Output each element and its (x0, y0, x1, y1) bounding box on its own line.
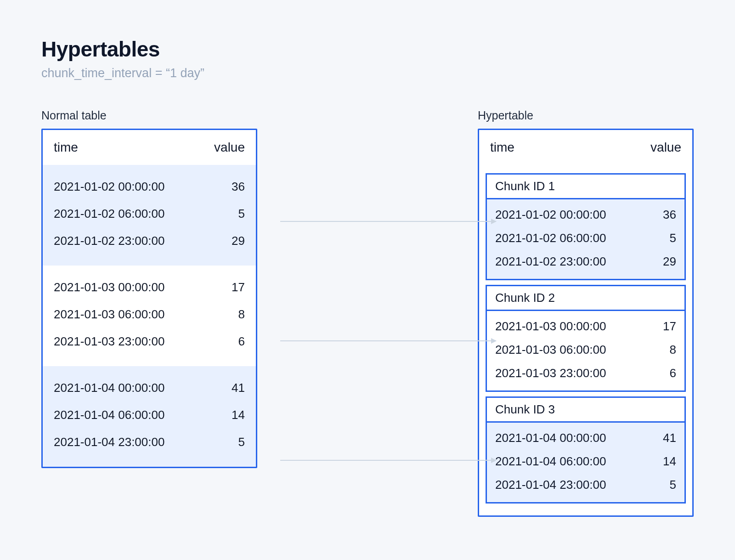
table-row: 2021-01-04 00:00:0041 (495, 426, 676, 450)
table-group: 2021-01-03 00:00:00172021-01-03 06:00:00… (43, 266, 256, 366)
hypertable-header: time value (479, 130, 692, 165)
cell-time: 2021-01-03 06:00:00 (495, 343, 606, 357)
page-subtitle: chunk_time_interval = “1 day” (41, 66, 694, 80)
cell-time: 2021-01-04 00:00:00 (54, 381, 164, 395)
table-row: 2021-01-02 06:00:005 (54, 200, 245, 227)
column-header-value: value (650, 140, 681, 155)
cell-value: 5 (217, 435, 245, 449)
cell-time: 2021-01-02 00:00:00 (495, 208, 606, 222)
cell-time: 2021-01-02 00:00:00 (54, 180, 164, 194)
table-row: 2021-01-04 23:00:005 (495, 473, 676, 497)
hypertable: time value Chunk ID 12021-01-02 00:00:00… (478, 129, 694, 517)
arrow-icon (280, 460, 496, 461)
table-row: 2021-01-04 06:00:0014 (54, 402, 245, 429)
cell-value: 29 (663, 255, 676, 269)
cell-value: 14 (663, 454, 676, 469)
cell-time: 2021-01-04 00:00:00 (495, 431, 606, 445)
cell-time: 2021-01-02 23:00:00 (54, 234, 164, 248)
chunk: Chunk ID 32021-01-04 00:00:00412021-01-0… (486, 396, 686, 503)
column-header-time: time (490, 140, 514, 155)
mapping-arrows (266, 129, 505, 537)
cell-value: 5 (670, 478, 676, 492)
cell-value: 6 (217, 334, 245, 349)
cell-value: 6 (670, 366, 676, 380)
table-row: 2021-01-04 00:00:0041 (54, 374, 245, 402)
cell-time: 2021-01-04 06:00:00 (495, 454, 606, 469)
cell-value: 14 (217, 408, 245, 422)
cell-time: 2021-01-03 00:00:00 (495, 319, 606, 334)
normal-table-label: Normal table (41, 109, 257, 122)
table-row: 2021-01-04 06:00:0014 (495, 450, 676, 473)
hypertable-label: Hypertable (478, 109, 694, 122)
table-row: 2021-01-02 00:00:0036 (54, 173, 245, 200)
table-group: 2021-01-02 00:00:00362021-01-02 06:00:00… (43, 165, 256, 266)
chunk: Chunk ID 22021-01-03 00:00:00172021-01-0… (486, 285, 686, 392)
cell-value: 41 (217, 381, 245, 395)
page-title: Hypertables (41, 37, 694, 62)
cell-value: 17 (217, 280, 245, 294)
cell-value: 29 (217, 234, 245, 248)
table-row: 2021-01-02 00:00:0036 (495, 203, 676, 226)
chunk-title: Chunk ID 1 (487, 175, 684, 199)
table-row: 2021-01-03 23:00:006 (495, 362, 676, 385)
cell-value: 17 (663, 319, 676, 334)
table-row: 2021-01-04 23:00:005 (54, 429, 245, 456)
cell-time: 2021-01-03 23:00:00 (54, 334, 164, 349)
cell-value: 8 (217, 307, 245, 322)
cell-value: 36 (217, 180, 245, 194)
cell-time: 2021-01-03 00:00:00 (54, 280, 164, 294)
table-row: 2021-01-03 06:00:008 (54, 301, 245, 328)
cell-time: 2021-01-03 23:00:00 (495, 366, 606, 380)
cell-value: 5 (670, 231, 676, 245)
table-row: 2021-01-03 00:00:0017 (54, 274, 245, 301)
cell-time: 2021-01-02 06:00:00 (54, 207, 164, 221)
cell-value: 36 (663, 208, 676, 222)
table-row: 2021-01-03 23:00:006 (54, 328, 245, 355)
table-row: 2021-01-02 23:00:0029 (54, 227, 245, 255)
chunk-body: 2021-01-03 00:00:00172021-01-03 06:00:00… (487, 311, 684, 390)
arrow-icon (280, 221, 496, 222)
hypertable-column: Hypertable time value Chunk ID 12021-01-… (478, 109, 694, 517)
cell-value: 5 (217, 207, 245, 221)
table-row: 2021-01-02 23:00:0029 (495, 250, 676, 273)
chunk-title: Chunk ID 3 (487, 398, 684, 423)
cell-time: 2021-01-04 23:00:00 (495, 478, 606, 492)
normal-table-header: time value (43, 130, 256, 165)
table-row: 2021-01-03 06:00:008 (495, 338, 676, 362)
cell-time: 2021-01-04 06:00:00 (54, 408, 164, 422)
arrow-icon (280, 340, 496, 341)
column-header-value: value (214, 140, 245, 155)
table-row: 2021-01-02 06:00:005 (495, 226, 676, 250)
cell-time: 2021-01-02 23:00:00 (495, 255, 606, 269)
chunk-body: 2021-01-02 00:00:00362021-01-02 06:00:00… (487, 199, 684, 279)
table-row: 2021-01-03 00:00:0017 (495, 315, 676, 338)
chunk-body: 2021-01-04 00:00:00412021-01-04 06:00:00… (487, 423, 684, 502)
cell-value: 8 (670, 343, 676, 357)
cell-time: 2021-01-04 23:00:00 (54, 435, 164, 449)
table-group: 2021-01-04 00:00:00412021-01-04 06:00:00… (43, 366, 256, 467)
column-header-time: time (54, 140, 78, 155)
chunk-title: Chunk ID 2 (487, 286, 684, 311)
chunk: Chunk ID 12021-01-02 00:00:00362021-01-0… (486, 173, 686, 280)
normal-table-column: Normal table time value 2021-01-02 00:00… (41, 109, 257, 517)
normal-table: time value 2021-01-02 00:00:00362021-01-… (41, 129, 257, 468)
cell-time: 2021-01-03 06:00:00 (54, 307, 164, 322)
cell-time: 2021-01-02 06:00:00 (495, 231, 606, 245)
cell-value: 41 (663, 431, 676, 445)
